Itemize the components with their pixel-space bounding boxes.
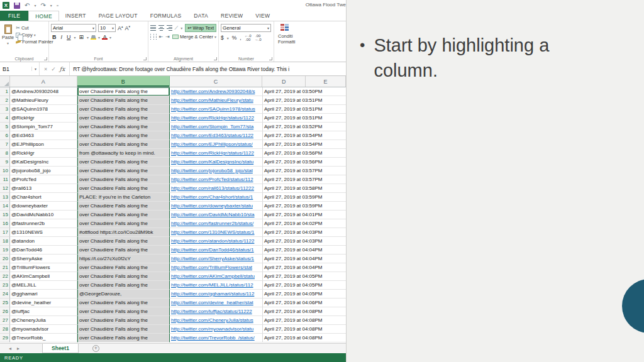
row-header-28[interactable]: 28 <box>0 325 10 334</box>
increase-decimal-icon[interactable]: ←.0.00 <box>245 34 252 41</box>
undo-caret-icon[interactable]: ▾ <box>34 3 36 8</box>
cell-c8[interactable]: http://twitter.com/RickHgr/status/1122 <box>170 149 263 158</box>
cell-a27[interactable]: @CheneryJulia <box>10 316 77 325</box>
align-center-icon[interactable] <box>153 34 154 40</box>
paste-caret-icon[interactable]: ▾ <box>7 41 9 45</box>
cell-d3[interactable]: April 27, 2019 at 03:51PM <box>263 105 346 114</box>
cell-b22[interactable]: over Chaudière Falls along the <box>77 272 170 281</box>
row-header-6[interactable]: 6 <box>0 131 10 140</box>
cell-d13[interactable]: April 27, 2019 at 03:59PM <box>263 193 346 202</box>
cell-c11[interactable]: http://twitter.com/ProfcTed/status/112 <box>170 175 263 184</box>
row-header-9[interactable]: 9 <box>0 158 10 167</box>
fill-color-caret-icon[interactable]: ▾ <box>98 35 100 40</box>
cell-d6[interactable]: April 27, 2019 at 03:54PM <box>263 131 346 140</box>
cell-b28[interactable]: over Chaudière Falls along the <box>77 325 170 334</box>
cell-a23[interactable]: @MELJILL <box>10 281 77 290</box>
row-header-17[interactable]: 17 <box>0 228 10 237</box>
conditional-formatting-icon[interactable] <box>280 24 289 32</box>
cell-a4[interactable]: @RickHgr <box>10 114 77 123</box>
cell-c27[interactable]: http://twitter.com/CheneryJulia/status <box>170 316 263 325</box>
row-header-14[interactable]: 14 <box>0 202 10 211</box>
cell-d21[interactable]: April 27, 2019 at 04:04PM <box>263 263 346 272</box>
font-size-select[interactable]: 10 ▾ <box>98 24 116 32</box>
ribbon-tab-home[interactable]: HOME <box>28 11 59 21</box>
clipboard-dialog-launcher-icon[interactable] <box>44 57 47 60</box>
cell-b21[interactable]: over Chaudière Falls along the <box>77 263 170 272</box>
cell-b24[interactable]: @GeorgeDarouze, <box>77 290 170 299</box>
row-header-26[interactable]: 26 <box>0 307 10 316</box>
cell-b20[interactable]: https://t.co/27cXc0f2cY <box>77 255 170 263</box>
cell-c7[interactable]: http://twitter.com/EJPhillipson/status/ <box>170 140 263 149</box>
cell-d17[interactable]: April 27, 2019 at 04:03PM <box>263 228 346 237</box>
row-header-3[interactable]: 3 <box>0 105 10 114</box>
select-all-corner[interactable] <box>0 76 10 87</box>
ribbon-tab-insert[interactable]: INSERT <box>59 11 92 21</box>
cell-a21[interactable]: @TrilliumFlowers <box>10 263 77 272</box>
decrease-indent-icon[interactable]: ⇤ <box>159 34 164 40</box>
ribbon-tab-formulas[interactable]: FORMULAS <box>144 11 188 21</box>
cell-a3[interactable]: @SAQuinn1978 <box>10 105 77 114</box>
insert-function-icon[interactable]: ƒx <box>60 66 65 72</box>
row-header-2[interactable]: 2 <box>0 96 10 105</box>
cell-c25[interactable]: http://twitter.com/devine_heather/stat <box>170 299 263 307</box>
cell-b15[interactable]: over Chaudière Falls along the <box>77 211 170 219</box>
cell-c5[interactable]: http://twitter.com/Stompin_Tom77/sta <box>170 123 263 131</box>
cell-c17[interactable]: http://twitter.com/1310NEWS/status/1 <box>170 228 263 237</box>
merge-caret-icon[interactable]: ▾ <box>214 35 216 39</box>
cell-d1[interactable]: April 27, 2019 at 03:50PM <box>263 87 346 96</box>
cell-b13[interactable]: PLACE: If you're in the Carleton <box>77 193 170 202</box>
font-color-caret-icon[interactable]: ▾ <box>109 35 111 40</box>
cell-c15[interactable]: http://twitter.com/DavidMcNabb10/sta <box>170 211 263 219</box>
cell-d22[interactable]: April 27, 2019 at 04:05PM <box>263 272 346 281</box>
column-header-d[interactable]: D <box>262 76 306 87</box>
row-header-15[interactable]: 15 <box>0 211 10 219</box>
cell-d12[interactable]: April 27, 2019 at 03:58PM <box>263 184 346 193</box>
ribbon-tab-file[interactable]: FILE <box>0 11 28 21</box>
cell-c26[interactable]: http://twitter.com/luffjac/status/11222 <box>170 307 263 316</box>
row-header-7[interactable]: 7 <box>0 140 10 149</box>
ribbon-tab-review[interactable]: REVIEW <box>214 11 249 21</box>
font-color-button[interactable]: A <box>102 35 108 40</box>
cell-d29[interactable]: April 27, 2019 at 04:08PM <box>263 334 346 343</box>
decrease-font-icon[interactable]: A▾ <box>125 25 131 31</box>
cell-b26[interactable]: over Chaudière Falls along the <box>77 307 170 316</box>
cell-c23[interactable]: http://twitter.com/MELJILL/status/112 <box>170 281 263 290</box>
cell-b29[interactable]: over Chaudière Falls along the <box>77 334 170 343</box>
cell-a2[interactable]: @MathieuFleury <box>10 96 77 105</box>
cell-a7[interactable]: @EJPhillipson <box>10 140 77 149</box>
cell-d27[interactable]: April 27, 2019 at 04:08PM <box>263 316 346 325</box>
row-header-4[interactable]: 4 <box>0 114 10 123</box>
accounting-caret-icon[interactable]: ▾ <box>227 36 229 40</box>
cell-a25[interactable]: @devine_heather <box>10 299 77 307</box>
cell-a8[interactable]: @RickHgr <box>10 149 77 158</box>
cell-b8[interactable]: from @ottawacity to keep in mind. <box>77 149 170 158</box>
cell-c4[interactable]: http://twitter.com/RickHgr/status/1122 <box>170 114 263 123</box>
cell-c1[interactable]: http://twitter.com/AndrewJ09302048/s <box>170 87 263 96</box>
cell-b2[interactable]: over Chaudière Falls along the <box>77 96 170 105</box>
cell-d9[interactable]: April 27, 2019 at 03:56PM <box>263 158 346 167</box>
cell-c24[interactable]: http://twitter.com/gghamari/status/112 <box>170 290 263 299</box>
cell-d15[interactable]: April 27, 2019 at 04:01PM <box>263 211 346 219</box>
cell-b11[interactable]: over Chaudière Falls along the <box>77 175 170 184</box>
cell-a13[interactable]: @Char4short <box>10 193 77 202</box>
cell-b23[interactable]: over Chaudière Falls along the <box>77 281 170 290</box>
cell-b10[interactable]: over Chaudière Falls along the <box>77 167 170 175</box>
row-header-21[interactable]: 21 <box>0 263 10 272</box>
row-header-13[interactable]: 13 <box>0 193 10 202</box>
copy-button[interactable]: Copy ▾ <box>16 32 53 38</box>
cell-a15[interactable]: @DavidMcNabb10 <box>10 211 77 219</box>
cell-a18[interactable]: @atandon <box>10 237 77 246</box>
formula-input[interactable]: RT @hydroottawa: Drone footage over Chau… <box>70 62 346 75</box>
cell-b19[interactable]: over Chaudière Falls along the <box>77 246 170 255</box>
align-middle-icon[interactable] <box>158 25 164 31</box>
conditional-formatting-label-1[interactable]: Conditi <box>278 33 292 39</box>
decrease-decimal-icon[interactable]: .00→.0 <box>255 34 262 41</box>
font-name-select[interactable]: Arial ▾ <box>51 24 96 32</box>
ribbon-tab-view[interactable]: VIEW <box>249 11 276 21</box>
cell-c3[interactable]: http://twitter.com/SAQuinn1978/status <box>170 105 263 114</box>
cell-a24[interactable]: @gghamari <box>10 290 77 299</box>
cell-b6[interactable]: over Chaudière Falls along the <box>77 131 170 140</box>
row-header-23[interactable]: 23 <box>0 281 10 290</box>
bold-button[interactable]: B <box>51 34 58 40</box>
orientation-icon[interactable]: ⟋ <box>175 25 179 31</box>
